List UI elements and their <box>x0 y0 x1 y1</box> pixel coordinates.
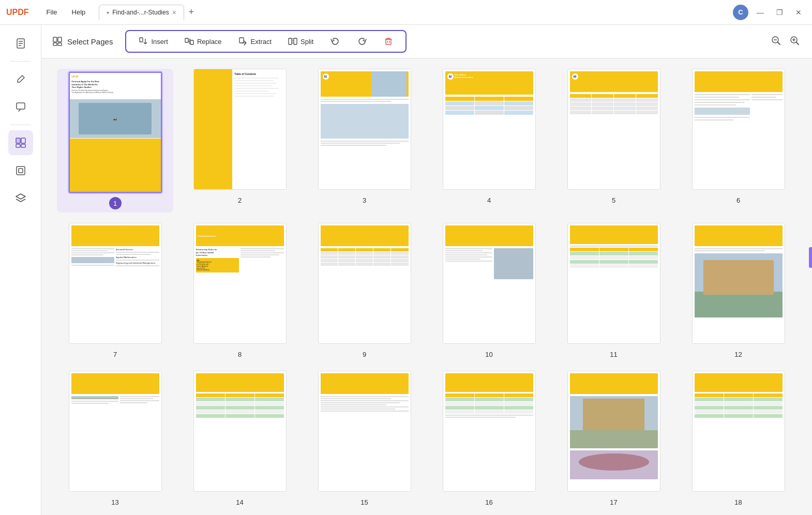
page-number-1: 1 <box>109 197 122 209</box>
page-number-5: 5 <box>608 194 620 206</box>
page-image-12 <box>692 223 785 344</box>
page-number-2: 2 <box>234 194 246 206</box>
sidebar-icon-layers[interactable] <box>8 186 33 211</box>
tab-title: Find-and-...r-Studies <box>112 9 169 16</box>
page-number-11: 11 <box>608 348 620 360</box>
insert-icon <box>139 37 148 46</box>
close-button[interactable]: ✕ <box>791 6 806 19</box>
zoom-out-button[interactable] <box>769 33 783 50</box>
extract-button[interactable]: Extract <box>230 34 280 49</box>
svg-rect-15 <box>140 38 143 42</box>
page-image-13 <box>69 371 162 492</box>
page-thumb-7[interactable]: Actuarial Science Applied Mathematics En… <box>57 223 173 360</box>
split-icon <box>288 37 297 46</box>
rotate-right-button[interactable] <box>349 33 375 50</box>
page-thumb-1[interactable]: UPDF Find and Apply For the BestInstitut… <box>57 69 173 213</box>
sidebar-icon-document[interactable] <box>8 31 33 56</box>
scroll-indicator <box>809 247 812 268</box>
file-menu[interactable]: File <box>39 6 65 18</box>
select-pages-section: Select Pages <box>52 36 113 47</box>
tab-dropdown-icon: ▾ <box>107 10 109 16</box>
menu-bar: File Help <box>39 6 93 18</box>
svg-rect-13 <box>53 43 57 46</box>
svg-rect-21 <box>239 38 244 43</box>
new-tab-button[interactable]: + <box>184 5 199 20</box>
svg-rect-4 <box>17 103 25 109</box>
help-menu[interactable]: Help <box>65 6 93 18</box>
page-image-1: UPDF Find and Apply For the BestInstitut… <box>69 72 162 193</box>
sidebar-icon-edit[interactable] <box>8 67 33 92</box>
app-logo: UPDF <box>6 8 29 17</box>
page-thumb-12[interactable]: 12 <box>680 223 796 360</box>
page-thumb-2[interactable]: Table of Contents 2 <box>182 69 298 213</box>
sidebar-divider-1 <box>10 61 31 62</box>
svg-line-35 <box>796 42 799 44</box>
page-number-4: 4 <box>483 194 495 206</box>
logo-text: UPDF <box>6 8 29 17</box>
svg-rect-9 <box>17 166 25 175</box>
sidebar-icon-stamp[interactable] <box>8 158 33 183</box>
svg-rect-14 <box>58 43 62 46</box>
avatar[interactable]: C <box>733 5 748 20</box>
active-tab[interactable]: ▾ Find-and-...r-Studies × <box>99 5 184 20</box>
page-number-13: 13 <box>109 496 122 508</box>
rotate-right-icon <box>357 36 367 47</box>
sidebar-divider-2 <box>10 125 31 125</box>
minimize-button[interactable]: — <box>753 6 768 19</box>
tab-close-button[interactable]: × <box>172 8 176 17</box>
page-thumb-13[interactable]: 13 <box>57 371 173 508</box>
page-thumb-5[interactable]: 03 <box>555 69 672 213</box>
svg-rect-20 <box>190 40 193 44</box>
extract-icon <box>238 37 248 46</box>
svg-rect-10 <box>19 169 23 173</box>
page-image-4: 02 The 10 BestGlobal Universities <box>443 69 536 190</box>
svg-rect-26 <box>386 39 391 44</box>
page-number-3: 3 <box>358 194 371 206</box>
page-number-16: 16 <box>483 496 495 508</box>
page-image-5: 03 <box>567 69 660 190</box>
svg-line-31 <box>778 42 780 44</box>
svg-rect-6 <box>21 138 25 143</box>
titlebar: UPDF File Help ▾ Find-and-...r-Studies ×… <box>0 0 812 25</box>
page-number-14: 14 <box>234 496 246 508</box>
page-number-7: 7 <box>109 348 122 360</box>
page-number-15: 15 <box>358 496 371 508</box>
svg-rect-24 <box>294 38 297 44</box>
replace-label: Replace <box>197 38 222 46</box>
page-number-12: 12 <box>732 348 745 360</box>
zoom-in-button[interactable] <box>787 33 802 50</box>
insert-label: Insert <box>151 38 168 46</box>
page-thumb-15[interactable]: 15 <box>306 371 423 508</box>
page-image-11 <box>567 223 660 344</box>
svg-rect-19 <box>185 38 188 42</box>
delete-button[interactable] <box>375 34 401 49</box>
page-thumb-8[interactable]: Naval Architecture Scholarship Rules for… <box>182 223 298 360</box>
page-image-18 <box>692 371 785 492</box>
page-thumb-4[interactable]: 02 The 10 BestGlobal Universities <box>431 69 547 213</box>
pages-grid: UPDF Find and Apply For the BestInstitut… <box>41 58 812 515</box>
delete-icon <box>384 37 393 46</box>
page-thumb-16[interactable]: 16 <box>431 371 547 508</box>
page-thumb-10[interactable]: 10 <box>431 223 547 360</box>
window-controls: C — ❐ ✕ <box>733 5 806 20</box>
page-thumb-18[interactable]: 18 <box>680 371 796 508</box>
page-thumb-17[interactable]: 17 <box>555 371 672 508</box>
sidebar-icon-comment[interactable] <box>8 95 33 119</box>
insert-button[interactable]: Insert <box>130 34 176 49</box>
page-thumb-14[interactable]: 14 <box>182 371 298 508</box>
page-thumb-9[interactable]: 9 <box>306 223 423 360</box>
page-number-9: 9 <box>358 348 371 360</box>
page-thumb-3[interactable]: 01 3 <box>306 69 423 213</box>
page-thumb-11[interactable]: 11 <box>555 223 672 360</box>
tab-bar: ▾ Find-and-...r-Studies × + <box>99 5 733 20</box>
svg-rect-11 <box>53 37 57 42</box>
page-image-10 <box>443 223 536 344</box>
rotate-left-button[interactable] <box>322 33 349 50</box>
maximize-button[interactable]: ❐ <box>772 6 787 19</box>
split-button[interactable]: Split <box>280 34 322 49</box>
page-thumb-6[interactable]: 6 <box>680 69 796 213</box>
select-pages-label: Select Pages <box>67 37 113 46</box>
sidebar-icon-organize[interactable] <box>8 130 33 155</box>
replace-button[interactable]: Replace <box>176 34 230 49</box>
page-image-2: Table of Contents <box>193 69 287 190</box>
